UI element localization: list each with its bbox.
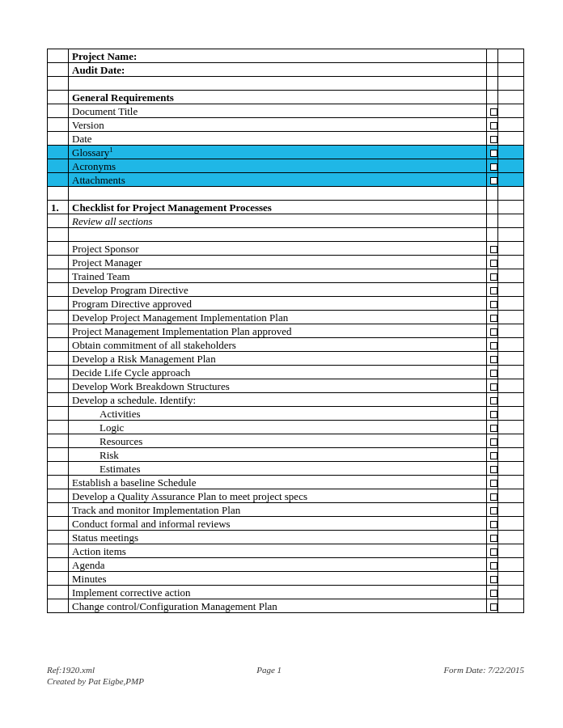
checkbox[interactable] <box>490 301 497 308</box>
checkbox[interactable] <box>490 260 497 267</box>
checklist-item-label: Develop a schedule. Identify: <box>69 393 487 407</box>
checkbox[interactable] <box>490 108 497 116</box>
checklist-row: Logic <box>48 421 524 434</box>
checklist-item-label: Document Title <box>69 104 487 118</box>
checklist-row: Develop a schedule. Identify: <box>48 393 524 407</box>
checkbox[interactable] <box>490 287 497 294</box>
checklist-item-label: Action items <box>69 544 487 558</box>
footer-formdate: Form Date: 7/22/2015 <box>443 665 524 675</box>
checklist-row: Attachments <box>48 173 524 187</box>
checklist-row: Develop Project Management Implementatio… <box>48 311 524 324</box>
label-audit-date: Audit Date: <box>69 63 487 77</box>
checklist-row: Project Manager <box>48 256 524 269</box>
checklist-item-label: Acronyms <box>69 159 487 173</box>
checkbox[interactable] <box>490 548 497 556</box>
checklist-item-label: Project Manager <box>69 256 487 269</box>
checklist-item-label: Establish a baseline Schedule <box>69 476 487 489</box>
checkbox[interactable] <box>490 315 497 322</box>
checklist-row: Decide Life Cycle approach <box>48 366 524 379</box>
checkbox[interactable] <box>490 603 497 611</box>
checklist-item-label: Logic <box>69 421 487 434</box>
checkbox[interactable] <box>490 411 497 418</box>
checklist-item-label: Activities <box>69 407 487 421</box>
checklist-item-label: Implement corrective action <box>69 586 487 599</box>
checkbox[interactable] <box>490 356 497 363</box>
checkbox[interactable] <box>490 122 497 129</box>
checklist-item-label: Track and monitor Implementation Plan <box>69 503 487 517</box>
checkbox[interactable] <box>490 177 497 184</box>
checklist-row: Develop Work Breakdown Structures <box>48 379 524 393</box>
checklist-row: Activities <box>48 407 524 421</box>
row-section1-subheading: Review all sections <box>48 214 524 228</box>
footer-createdby: Created by Pat Eigbe,PMP <box>47 676 524 686</box>
checkbox[interactable] <box>490 535 497 542</box>
checklist-item-label: Estimates <box>69 462 487 476</box>
checklist-table: Project Name: Audit Date: General Requir… <box>47 49 524 613</box>
checkbox[interactable] <box>490 246 497 253</box>
footer-page: Page 1 <box>256 665 282 675</box>
checklist-row: Resources <box>48 434 524 448</box>
checklist-row: Status meetings <box>48 531 524 544</box>
checkbox[interactable] <box>490 425 497 432</box>
row-blank <box>48 77 524 91</box>
checklist-row: Version <box>48 118 524 132</box>
checklist-row: Program Directive approved <box>48 297 524 311</box>
checkbox[interactable] <box>490 590 497 597</box>
checkbox[interactable] <box>490 562 497 569</box>
heading-general: General Requirements <box>69 91 487 104</box>
field-audit-date[interactable] <box>498 63 524 77</box>
checkbox[interactable] <box>490 576 497 583</box>
checkbox[interactable] <box>490 507 497 514</box>
row-project-name: Project Name: <box>48 49 524 63</box>
label-project-name: Project Name: <box>69 49 487 63</box>
checkbox[interactable] <box>490 163 497 171</box>
checkbox[interactable] <box>490 521 497 528</box>
checkbox[interactable] <box>490 273 497 281</box>
checklist-item-label: Agenda <box>69 558 487 572</box>
checklist-row: Establish a baseline Schedule <box>48 476 524 489</box>
checkbox[interactable] <box>490 136 497 143</box>
checklist-item-label: Develop a Quality Assurance Plan to meet… <box>69 489 487 503</box>
checklist-row: Glossary1 <box>48 146 524 159</box>
checklist-row: Date <box>48 132 524 146</box>
checklist-row: Action items <box>48 544 524 558</box>
checklist-row: Project Management Implementation Plan a… <box>48 324 524 338</box>
checklist-row: Change control/Configuration Management … <box>48 599 524 613</box>
checklist-row: Estimates <box>48 462 524 476</box>
checklist-row: Implement corrective action <box>48 586 524 599</box>
checkbox[interactable] <box>490 480 497 487</box>
checklist-row: Develop a Quality Assurance Plan to meet… <box>48 489 524 503</box>
field-project-name[interactable] <box>498 49 524 63</box>
row-blank <box>48 187 524 201</box>
checklist-item-label: Minutes <box>69 572 487 586</box>
checklist-item-label: Version <box>69 118 487 132</box>
checkbox[interactable] <box>490 493 497 501</box>
checkbox[interactable] <box>490 383 497 391</box>
checklist-row: Risk <box>48 448 524 462</box>
checklist-item-label: Conduct formal and informal reviews <box>69 517 487 531</box>
checkbox[interactable] <box>490 342 497 349</box>
checklist-item-label: Develop a Risk Management Plan <box>69 352 487 366</box>
row-blank <box>48 228 524 242</box>
checklist-item-label: Glossary1 <box>69 146 487 159</box>
checklist-row: Agenda <box>48 558 524 572</box>
checklist-item-label: Attachments <box>69 173 487 187</box>
checkbox[interactable] <box>490 328 497 336</box>
checkbox[interactable] <box>490 370 497 377</box>
checkbox[interactable] <box>490 397 497 404</box>
checklist-item-label: Develop Project Management Implementatio… <box>69 311 487 324</box>
checklist-item-label: Develop Work Breakdown Structures <box>69 379 487 393</box>
row-general-heading: General Requirements <box>48 91 524 104</box>
checkbox[interactable] <box>490 452 497 459</box>
checkbox[interactable] <box>490 466 497 473</box>
checklist-row: Track and monitor Implementation Plan <box>48 503 524 517</box>
checkbox[interactable] <box>490 150 497 157</box>
checklist-row: Conduct formal and informal reviews <box>48 517 524 531</box>
checkbox[interactable] <box>490 438 497 446</box>
checklist-item-label: Status meetings <box>69 531 487 544</box>
checklist-item-label: Develop Program Directive <box>69 283 487 297</box>
section1-subheading: Review all sections <box>69 214 487 228</box>
checklist-item-label: Project Sponsor <box>69 242 487 256</box>
checklist-item-label: Project Management Implementation Plan a… <box>69 324 487 338</box>
footer-ref: Ref:1920.xml <box>47 665 95 675</box>
